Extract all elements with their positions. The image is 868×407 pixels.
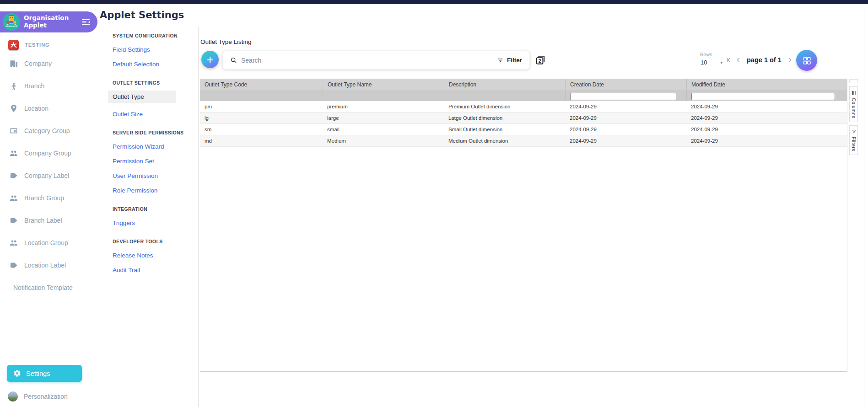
search-input[interactable] xyxy=(241,57,497,64)
column-header-creation-date[interactable]: Creation Date xyxy=(565,79,686,90)
cell-name: Medium xyxy=(323,135,444,146)
filter-cell-modified_date xyxy=(686,90,847,101)
sidebar-item-label: Company Label xyxy=(24,172,69,179)
testing-app-icon xyxy=(8,40,19,50)
nav-link-user-permission[interactable]: User Permission xyxy=(113,172,158,179)
sidebar-item-company[interactable]: Company xyxy=(0,52,89,75)
sidebar-menu: CompanyBranchLocationCategory GroupCompa… xyxy=(0,52,89,299)
sidebar-item-settings[interactable]: Settings xyxy=(7,365,82,382)
sidebar-item-category-group[interactable]: Category Group xyxy=(0,119,89,142)
view-switch-button[interactable] xyxy=(796,50,817,71)
grid-icon xyxy=(802,56,812,65)
nav-link-permission-wizard[interactable]: Permission Wizard xyxy=(113,143,164,150)
sidebar-item-label: Location Label xyxy=(24,262,66,269)
cell-modified_date: 2024-09-29 xyxy=(686,124,847,135)
organisation-applet-logo-icon: ORGANIZATION xyxy=(3,13,20,31)
sidebar-item-testing[interactable]: TESTING xyxy=(8,39,89,50)
column-header-modified-date[interactable]: Modified Date xyxy=(686,79,847,90)
previous-page-button[interactable] xyxy=(735,56,742,64)
cell-code: md xyxy=(200,135,323,146)
filters-tab-label: Filters xyxy=(851,137,857,151)
filter-input-modified_date[interactable] xyxy=(691,93,835,100)
sidebar-item-company-group[interactable]: Company Group xyxy=(0,142,89,164)
sidebar-item-personalization[interactable]: Personalization xyxy=(8,391,68,402)
filter-button[interactable]: Filter xyxy=(497,57,522,64)
total-pages: 1 xyxy=(778,56,782,64)
nav-link-release-notes[interactable]: Release Notes xyxy=(113,252,153,259)
filters-tab[interactable]: Filters xyxy=(849,125,858,155)
rows-per-page-select[interactable]: 10 ▾ xyxy=(700,58,723,67)
nav-link-role-permission[interactable]: Role Permission xyxy=(113,187,157,194)
sidebar-item-branch-label[interactable]: Branch Label xyxy=(0,209,89,231)
nav-link-outlet-size[interactable]: Outlet Size xyxy=(113,111,143,118)
main-content: Outlet Type Listing + Filter 2 Rows 10 ▾… xyxy=(199,4,864,407)
chevron-down-icon: ▾ xyxy=(720,60,722,65)
sidebar-collapse-icon[interactable] xyxy=(79,15,93,29)
rows-label: Rows xyxy=(700,52,723,57)
filter-cell-creation_date xyxy=(565,90,686,101)
filter-cell-name xyxy=(323,90,444,101)
cell-description: Small Outlet dimension xyxy=(444,124,565,135)
sidebar-item-label: Notification Template xyxy=(13,284,73,291)
cell-code: pm xyxy=(200,101,323,112)
settings-nav-list: SYSTEM CONFIGURATIONField SettingsDefaul… xyxy=(113,33,198,273)
cell-modified_date: 2024-09-29 xyxy=(686,101,847,112)
nav-section-header-outlet-settings: OUTLET SETTINGS xyxy=(113,80,198,86)
cell-creation_date: 2024-09-29 xyxy=(565,124,686,135)
plus-icon: + xyxy=(206,53,213,66)
filter-input-creation_date[interactable] xyxy=(570,93,676,100)
nav-link-permission-set[interactable]: Permission Set xyxy=(113,158,154,165)
table-row[interactable]: pmpremiumPremium Outlet dimension2024-09… xyxy=(200,101,847,112)
column-header-outlet-type-code[interactable]: Outlet Type Code xyxy=(200,79,323,90)
column-header-outlet-type-name[interactable]: Outlet Type Name xyxy=(323,79,444,90)
first-page-button[interactable] xyxy=(725,56,732,64)
of-word: of xyxy=(770,56,776,64)
personalization-label: Personalization xyxy=(24,393,68,400)
nav-link-triggers[interactable]: Triggers xyxy=(113,220,135,226)
table-row[interactable]: mdMediumMedium Outlet dimension2024-09-2… xyxy=(200,135,847,147)
listing-title: Outlet Type Listing xyxy=(200,38,252,45)
person-icon xyxy=(9,81,18,91)
sidebar-item-label: Location Group xyxy=(24,239,68,246)
nav-section-header-server-side-permissions: SERVER SIDE PERMISSIONS xyxy=(113,130,198,135)
page-layers-button[interactable]: 2 xyxy=(534,54,547,66)
filter-label: Filter xyxy=(507,57,522,64)
cell-code: lg xyxy=(200,112,323,123)
category-card-icon xyxy=(9,126,18,135)
table-row[interactable]: smsmallSmall Outlet dimension2024-09-292… xyxy=(200,124,847,135)
cell-description: Premium Outlet dimension xyxy=(444,101,565,112)
sidebar-item-location[interactable]: Location xyxy=(0,97,89,119)
nav-link-audit-trail[interactable]: Audit Trail xyxy=(113,267,140,273)
column-header-description[interactable]: Description xyxy=(444,79,565,90)
add-button[interactable]: + xyxy=(201,51,219,68)
cell-name: premium xyxy=(323,101,444,112)
table-row[interactable]: lglargeLatge Outlet dimension2024-09-292… xyxy=(200,112,847,124)
settings-label: Settings xyxy=(26,370,50,377)
columns-tab[interactable]: Columns xyxy=(849,86,858,122)
cell-code: sm xyxy=(200,124,323,135)
sidebar-item-notification-template[interactable]: Notification Template xyxy=(0,276,89,299)
sidebar-item-location-label[interactable]: Location Label xyxy=(0,254,89,276)
svg-text:2: 2 xyxy=(539,59,541,64)
cell-creation_date: 2024-09-29 xyxy=(565,112,686,123)
next-page-button[interactable] xyxy=(786,56,793,64)
rows-per-page: Rows 10 ▾ xyxy=(700,52,723,67)
nav-link-default-selection[interactable]: Default Selection xyxy=(113,61,159,68)
outlet-type-table: Outlet Type CodeOutlet Type NameDescript… xyxy=(200,79,847,372)
nav-link-field-settings[interactable]: Field Settings xyxy=(113,46,150,53)
layers-2-icon: 2 xyxy=(534,54,546,66)
settings-nav-panel: Applet Settings SYSTEM CONFIGURATIONFiel… xyxy=(90,4,198,407)
sidebar-item-branch[interactable]: Branch xyxy=(0,75,89,97)
sidebar-item-label: Branch Label xyxy=(24,217,62,224)
building-icon xyxy=(9,59,18,68)
sidebar-item-location-group[interactable]: Location Group xyxy=(0,231,89,254)
sidebar-item-branch-group[interactable]: Branch Group xyxy=(0,187,89,209)
cell-name: large xyxy=(323,112,444,123)
gear-icon xyxy=(13,370,21,377)
nav-link-outlet-type[interactable]: Outlet Type xyxy=(108,91,176,103)
table-body: pmpremiumPremium Outlet dimension2024-09… xyxy=(200,101,847,147)
app-header: ORGANIZATION Organisation Applet xyxy=(0,11,97,32)
cell-description: Latge Outlet dimension xyxy=(444,112,565,123)
sidebar-item-company-label[interactable]: Company Label xyxy=(0,164,89,187)
page-word: page xyxy=(747,56,762,64)
